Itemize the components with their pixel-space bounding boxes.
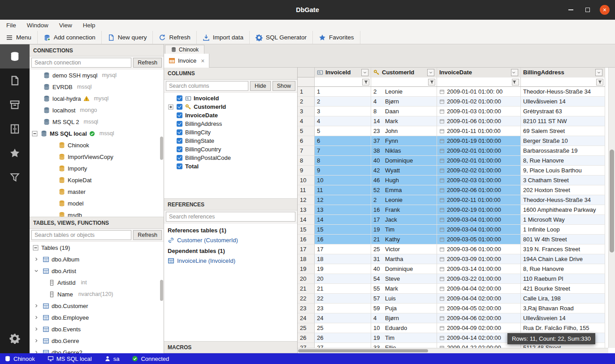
cell-customerid[interactable]: 8Daan <box>371 107 437 116</box>
cell-invoiceid[interactable]: 16 <box>315 235 371 244</box>
column-row-billingpostalcode[interactable]: BillingPostalCode <box>164 154 297 162</box>
connection-item-ms-sql-2[interactable]: MS SQL 2mssql <box>30 116 164 128</box>
cell-customerid[interactable]: 59Puja <box>371 304 437 313</box>
activity-favorites[interactable] <box>0 141 30 165</box>
cell-invoiceid[interactable]: 24 <box>315 313 371 323</box>
search-columns-input[interactable] <box>166 81 248 91</box>
cell-invoicedate[interactable]: 2009-02-06 01:00:00 <box>437 185 521 195</box>
cell-invoicedate[interactable]: 2009-04-04 02:00:00 <box>437 284 521 294</box>
cell-invoicedate[interactable]: 2009-03-05 01:00:00 <box>437 235 521 244</box>
grid-row-3[interactable]: 338Daan2009-01-03 01:00:00Grétrystraat 6… <box>298 107 615 116</box>
row-number[interactable]: 1 <box>298 87 315 97</box>
grid-row-8[interactable]: 8840Dominique2009-02-01 01:00:008, Rue H… <box>298 156 615 166</box>
menu-window[interactable]: Window <box>27 22 48 29</box>
grid-row-1[interactable]: 112Leonie2009-01-01 01:00: 00Theodor-Heu… <box>298 87 615 97</box>
column-row-customerid[interactable]: CustomerId <box>164 103 297 111</box>
columns-show-button[interactable]: Show <box>273 81 295 91</box>
cell-invoiceid[interactable]: 25 <box>315 323 371 333</box>
grid-row-20[interactable]: 202054Steve2009-03-22 01:00:00110 Raebur… <box>298 274 615 284</box>
cell-customerid[interactable]: 42Wyatt <box>371 166 437 176</box>
status-sa[interactable]: sa <box>104 355 120 362</box>
cell-invoicedate[interactable]: 2009-03-04 01:00:00 <box>437 215 521 225</box>
grid-row-13[interactable]: 131316Frank2009-02-19 01:00:001600 Amphi… <box>298 205 615 215</box>
filter-funnel-button[interactable] <box>428 79 435 86</box>
cell-customerid[interactable]: 38Niklas <box>371 146 437 156</box>
column-header-invoiceid[interactable]: InvoiceId <box>315 68 371 77</box>
column-header-customerid[interactable]: CustomerId <box>371 68 437 77</box>
row-number[interactable]: 15 <box>298 225 315 235</box>
cell-billingaddress[interactable]: 8, Rue Hanovre <box>521 156 605 166</box>
cell-invoiceid[interactable]: 6 <box>315 136 371 146</box>
cell-customerid[interactable]: 4Bjørn <box>371 313 437 323</box>
grid-row-9[interactable]: 9942Wyatt2009-02-02 01:00:009, Place Lou… <box>298 166 615 176</box>
reference-link-invoiceline-invoiceid[interactable]: InvoiceLine (InvoiceId) <box>164 256 297 266</box>
row-number[interactable]: 19 <box>298 264 315 274</box>
database-item-importviewscopy[interactable]: ImportViewsCopy <box>30 151 164 163</box>
row-number[interactable]: 14 <box>298 215 315 225</box>
cell-customerid[interactable]: 25Victor <box>371 244 437 254</box>
column-checkbox[interactable] <box>177 138 182 144</box>
connection-item-localhost[interactable]: localhostmongo <box>30 104 164 116</box>
search-tables-input[interactable] <box>31 230 131 240</box>
row-number[interactable]: 23 <box>298 304 315 313</box>
cell-billingaddress[interactable]: 3,Raj Bhavan Road <box>521 304 605 313</box>
cell-invoiceid[interactable]: 2 <box>315 97 371 107</box>
cell-billingaddress[interactable]: Grétrystraat 63 <box>521 107 605 116</box>
column-checkbox[interactable] <box>177 95 182 101</box>
row-number[interactable]: 10 <box>298 176 315 185</box>
table-item-tables-19[interactable]: Tables (19) <box>30 242 164 253</box>
activity-filters[interactable] <box>0 165 30 189</box>
cell-invoicedate[interactable]: 2009-03-04 01:00:00 <box>437 225 521 235</box>
filter-input-customerid[interactable] <box>371 77 437 87</box>
cell-customerid[interactable]: 54Steve <box>371 274 437 284</box>
column-dropdown-button[interactable] <box>361 69 368 76</box>
cell-billingaddress[interactable]: Ullevålsveien 14 <box>521 97 605 107</box>
cell-billingaddress[interactable]: Calle Lira, 198 <box>521 294 605 304</box>
cell-customerid[interactable]: 2Leonie <box>371 87 437 97</box>
database-item-kopiedat[interactable]: KopieDat <box>30 174 164 186</box>
cell-invoicedate[interactable]: 2009-02-11 01:00:00 <box>437 195 521 205</box>
cell-invoiceid[interactable]: 4 <box>315 116 371 126</box>
cell-invoiceid[interactable]: 15 <box>315 225 371 235</box>
database-item-importy[interactable]: Importy <box>30 163 164 174</box>
table-item-dbo-album[interactable]: dbo.Album <box>30 253 164 265</box>
cell-invoicedate[interactable]: 2009-04-05 02:00:00 <box>437 304 521 313</box>
cell-invoiceid[interactable]: 20 <box>315 274 371 284</box>
connection-item-local-hydra[interactable]: local-hydramysql <box>30 93 164 104</box>
cell-customerid[interactable]: 4Bjørn <box>371 97 437 107</box>
row-number[interactable]: 7 <box>298 146 315 156</box>
row-number[interactable]: 9 <box>298 166 315 176</box>
tab-invoice[interactable]: Invoice × <box>164 54 209 68</box>
cell-invoicedate[interactable]: 2009-01-02 01:00:00 <box>437 97 521 107</box>
cell-billingaddress[interactable]: Ullevålsveien 14 <box>521 313 605 323</box>
macros-panel-header[interactable]: MACROS <box>164 341 297 353</box>
column-dropdown-button[interactable] <box>595 69 602 76</box>
grid-row-6[interactable]: 6637Fynn2009-01-19 01:00:00Berger Straße… <box>298 136 615 146</box>
cell-invoiceid[interactable]: 1 <box>315 87 371 97</box>
connections-panel-header[interactable]: CONNECTIONS <box>30 44 164 56</box>
cell-customerid[interactable]: 57Luis <box>371 294 437 304</box>
column-checkbox[interactable] <box>177 155 182 161</box>
grid-row-7[interactable]: 7738Niklas2009-02-01 01:00:00Barbarossas… <box>298 146 615 156</box>
cell-billingaddress[interactable]: 421 Bourke Street <box>521 284 605 294</box>
row-number[interactable]: 8 <box>298 156 315 166</box>
column-checkbox[interactable] <box>177 129 182 135</box>
database-item-master[interactable]: master <box>30 186 164 197</box>
row-number[interactable]: 2 <box>298 97 315 107</box>
column-row-billingcity[interactable]: BillingCity <box>164 128 297 137</box>
tab-group-chinook[interactable]: Chinook <box>165 45 204 54</box>
filter-input-invoiceid[interactable] <box>315 77 371 87</box>
cell-invoicedate[interactable]: 2009-03-22 01:00:00 <box>437 274 521 284</box>
cell-customerid[interactable]: 40Dominique <box>371 156 437 166</box>
grid-row-14[interactable]: 141417Jack2009-03-04 01:00:001 Microsoft… <box>298 215 615 225</box>
cell-billingaddress[interactable]: 194A Chain Lake Drive <box>521 254 605 264</box>
activity-archive[interactable] <box>0 93 30 117</box>
connection-item-ms-sql-local[interactable]: MS SQL localmssql <box>30 128 164 139</box>
grid-row-25[interactable]: 252510Eduardo2009-04-09 02:00:00Rua Dr. … <box>298 323 615 333</box>
cell-billingaddress[interactable]: 3 Chatham Street <box>521 176 605 185</box>
row-number[interactable]: 18 <box>298 254 315 264</box>
grid-row-22[interactable]: 222257Luis2009-04-04 02:00:00Calle Lira,… <box>298 294 615 304</box>
minimize-button[interactable] <box>566 5 576 15</box>
cell-customerid[interactable]: 2Leonie <box>371 195 437 205</box>
grid-row-10[interactable]: 101046Hugh2009-02-03 01:00:003 Chatham S… <box>298 176 615 185</box>
